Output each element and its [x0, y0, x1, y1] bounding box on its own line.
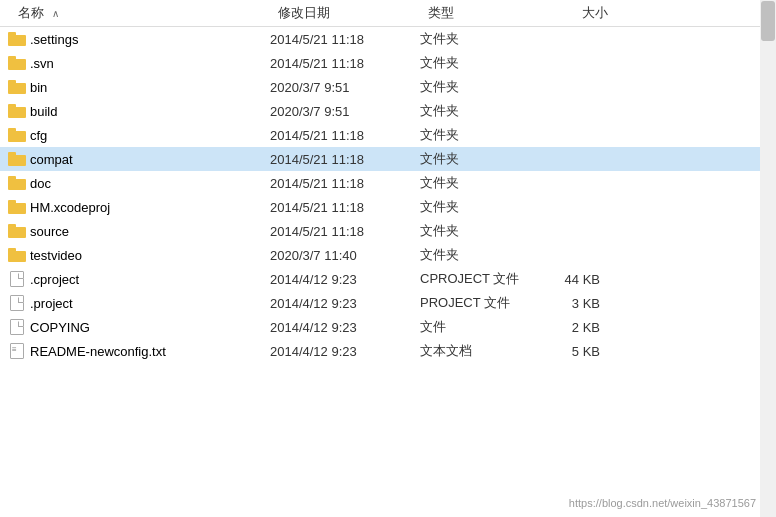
col-size-header[interactable]: 大小 — [548, 4, 628, 22]
folder-icon — [8, 79, 26, 95]
col-date-header[interactable]: 修改日期 — [278, 4, 428, 22]
table-row[interactable]: .cproject 2014/4/12 9:23 CPROJECT 文件 44 … — [0, 267, 776, 291]
file-name: .settings — [30, 32, 270, 47]
file-date: 2014/4/12 9:23 — [270, 344, 420, 359]
folder-icon — [8, 199, 26, 215]
file-date: 2014/4/12 9:23 — [270, 272, 420, 287]
file-name: HM.xcodeproj — [30, 200, 270, 215]
file-type: PROJECT 文件 — [420, 294, 540, 312]
file-type: 文件夹 — [420, 246, 540, 264]
table-row[interactable]: .svn 2014/5/21 11:18 文件夹 — [0, 51, 776, 75]
folder-icon — [8, 247, 26, 263]
file-type: 文件夹 — [420, 198, 540, 216]
file-size: 3 KB — [540, 296, 620, 311]
col-date-label: 修改日期 — [278, 5, 330, 20]
file-type: 文件夹 — [420, 102, 540, 120]
file-date: 2014/5/21 11:18 — [270, 224, 420, 239]
file-date: 2014/5/21 11:18 — [270, 176, 420, 191]
file-date: 2014/4/12 9:23 — [270, 296, 420, 311]
folder-icon — [8, 223, 26, 239]
file-size: 5 KB — [540, 344, 620, 359]
file-name: doc — [30, 176, 270, 191]
file-date: 2020/3/7 9:51 — [270, 80, 420, 95]
file-date: 2014/5/21 11:18 — [270, 152, 420, 167]
file-date: 2014/5/21 11:18 — [270, 56, 420, 71]
file-type: CPROJECT 文件 — [420, 270, 540, 288]
file-type: 文件夹 — [420, 78, 540, 96]
table-row[interactable]: .project 2014/4/12 9:23 PROJECT 文件 3 KB — [0, 291, 776, 315]
file-type: 文件夹 — [420, 150, 540, 168]
table-row[interactable]: .settings 2014/5/21 11:18 文件夹 — [0, 27, 776, 51]
file-icon — [8, 271, 26, 287]
folder-icon — [8, 103, 26, 119]
file-list: .settings 2014/5/21 11:18 文件夹 .svn 2014/… — [0, 27, 776, 363]
file-type: 文本文档 — [420, 342, 540, 360]
table-row[interactable]: README-newconfig.txt 2014/4/12 9:23 文本文档… — [0, 339, 776, 363]
table-row[interactable]: cfg 2014/5/21 11:18 文件夹 — [0, 123, 776, 147]
file-name: .project — [30, 296, 270, 311]
folder-icon — [8, 55, 26, 71]
sort-arrow: ∧ — [52, 8, 59, 19]
file-icon — [8, 319, 26, 335]
table-row[interactable]: source 2014/5/21 11:18 文件夹 — [0, 219, 776, 243]
watermark: https://blog.csdn.net/weixin_43871567 — [569, 497, 756, 509]
folder-icon — [8, 31, 26, 47]
scrollbar[interactable] — [760, 0, 776, 517]
file-name: compat — [30, 152, 270, 167]
file-name: cfg — [30, 128, 270, 143]
file-name: source — [30, 224, 270, 239]
file-manager: 名称 ∧ 修改日期 类型 大小 .settings 2014/5/21 11:1… — [0, 0, 776, 517]
folder-icon — [8, 151, 26, 167]
table-row[interactable]: build 2020/3/7 9:51 文件夹 — [0, 99, 776, 123]
file-name: COPYING — [30, 320, 270, 335]
file-name: .svn — [30, 56, 270, 71]
table-row[interactable]: bin 2020/3/7 9:51 文件夹 — [0, 75, 776, 99]
scrollbar-thumb[interactable] — [761, 1, 775, 41]
file-type: 文件 — [420, 318, 540, 336]
file-type: 文件夹 — [420, 30, 540, 48]
file-type: 文件夹 — [420, 126, 540, 144]
file-date: 2014/5/21 11:18 — [270, 200, 420, 215]
table-row[interactable]: HM.xcodeproj 2014/5/21 11:18 文件夹 — [0, 195, 776, 219]
table-row[interactable]: compat 2014/5/21 11:18 文件夹 — [0, 147, 776, 171]
col-type-header[interactable]: 类型 — [428, 4, 548, 22]
file-type: 文件夹 — [420, 54, 540, 72]
file-type: 文件夹 — [420, 174, 540, 192]
file-name: build — [30, 104, 270, 119]
file-name: .cproject — [30, 272, 270, 287]
file-name: README-newconfig.txt — [30, 344, 270, 359]
table-row[interactable]: testvideo 2020/3/7 11:40 文件夹 — [0, 243, 776, 267]
textfile-icon — [8, 343, 26, 359]
table-row[interactable]: COPYING 2014/4/12 9:23 文件 2 KB — [0, 315, 776, 339]
col-type-label: 类型 — [428, 5, 454, 20]
file-date: 2020/3/7 11:40 — [270, 248, 420, 263]
file-name: bin — [30, 80, 270, 95]
table-header: 名称 ∧ 修改日期 类型 大小 — [0, 0, 776, 27]
col-size-label: 大小 — [582, 5, 608, 20]
file-date: 2014/4/12 9:23 — [270, 320, 420, 335]
file-date: 2014/5/21 11:18 — [270, 32, 420, 47]
col-name-header[interactable]: 名称 ∧ — [8, 4, 278, 22]
file-size: 44 KB — [540, 272, 620, 287]
col-name-label: 名称 — [18, 5, 44, 20]
file-date: 2020/3/7 9:51 — [270, 104, 420, 119]
file-name: testvideo — [30, 248, 270, 263]
folder-icon — [8, 127, 26, 143]
file-size: 2 KB — [540, 320, 620, 335]
file-type: 文件夹 — [420, 222, 540, 240]
file-icon — [8, 295, 26, 311]
folder-icon — [8, 175, 26, 191]
table-row[interactable]: doc 2014/5/21 11:18 文件夹 — [0, 171, 776, 195]
file-date: 2014/5/21 11:18 — [270, 128, 420, 143]
